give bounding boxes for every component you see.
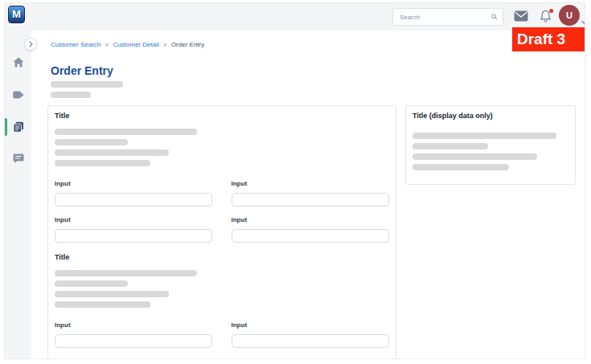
placeholder-bar xyxy=(55,270,197,276)
form-field: Input xyxy=(55,321,212,348)
placeholder-bar xyxy=(412,143,488,149)
placeholder-bar xyxy=(412,153,537,160)
input-field[interactable] xyxy=(55,334,212,348)
app-logo[interactable]: M xyxy=(8,6,25,23)
tag-icon xyxy=(13,91,24,99)
notification-dot xyxy=(549,9,553,13)
field-label: Input xyxy=(232,321,390,329)
placeholder-bar xyxy=(55,160,150,166)
placeholder-bar xyxy=(55,280,128,287)
search-input-wrapper xyxy=(392,8,503,26)
user-avatar[interactable]: U xyxy=(559,5,580,26)
breadcrumb-separator: > xyxy=(105,41,109,48)
input-field[interactable] xyxy=(55,193,212,207)
form-field: Input xyxy=(55,180,212,207)
search-input[interactable] xyxy=(393,14,491,21)
chat-icon xyxy=(13,153,24,164)
form-field: Input xyxy=(55,358,212,359)
notifications-icon[interactable] xyxy=(540,10,552,27)
section-title: Title xyxy=(55,112,389,120)
form-field: Input xyxy=(55,216,212,243)
top-bar: M U xyxy=(5,3,585,31)
field-label: Input xyxy=(55,358,212,359)
breadcrumb-current-page: Order Entry xyxy=(171,41,204,48)
app-window: M U xyxy=(4,2,585,359)
sidebar xyxy=(5,31,31,358)
placeholder-bar xyxy=(51,81,123,88)
placeholder-bar xyxy=(55,301,150,308)
form-card: Title Input Input Input Input xyxy=(47,105,396,359)
input-field[interactable] xyxy=(232,334,390,348)
display-data-card: Title (display data only) xyxy=(405,105,576,185)
home-icon xyxy=(13,57,24,67)
chevron-down-icon[interactable] xyxy=(581,14,585,28)
placeholder-bar xyxy=(55,149,169,156)
section-title: Title (display data only) xyxy=(412,112,568,120)
draft-status-badge: Draft 3 xyxy=(512,27,585,51)
page-title: Order Entry xyxy=(51,64,113,77)
placeholder-bar xyxy=(55,291,169,297)
sidebar-item-comments[interactable] xyxy=(5,149,31,168)
field-label: Input xyxy=(55,216,212,223)
sidebar-item-tags[interactable] xyxy=(5,85,31,104)
form-field: Input xyxy=(232,321,390,348)
input-field[interactable] xyxy=(232,193,390,207)
field-label: Input xyxy=(55,321,212,329)
breadcrumb-customer-detail[interactable]: Customer Detail xyxy=(113,41,158,48)
input-field[interactable] xyxy=(55,229,212,243)
form-field: Input xyxy=(232,180,390,207)
placeholder-bar xyxy=(55,129,197,135)
sidebar-expand-button[interactable] xyxy=(24,38,37,51)
field-label: Input xyxy=(232,180,390,187)
placeholder-bar xyxy=(412,164,509,170)
sidebar-item-home[interactable] xyxy=(5,52,31,72)
field-label: Input xyxy=(55,180,212,187)
mail-icon[interactable] xyxy=(514,10,528,25)
sidebar-item-documents[interactable] xyxy=(5,117,31,137)
field-label: Input xyxy=(232,216,390,223)
documents-icon xyxy=(13,121,24,133)
breadcrumb-customer-search[interactable]: Customer Search xyxy=(51,41,101,48)
breadcrumb: Customer Search > Customer Detail > Orde… xyxy=(51,41,204,48)
placeholder-bar xyxy=(55,139,128,145)
input-field[interactable] xyxy=(232,229,390,243)
placeholder-bar xyxy=(412,133,556,139)
placeholder-bar xyxy=(51,92,91,98)
section-title: Title xyxy=(55,253,389,261)
field-label: Input xyxy=(232,358,390,359)
form-field: Input xyxy=(232,358,390,359)
chevron-right-icon xyxy=(29,41,33,47)
breadcrumb-separator: > xyxy=(163,41,167,48)
search-icon xyxy=(491,13,498,21)
form-field: Input xyxy=(232,216,390,243)
